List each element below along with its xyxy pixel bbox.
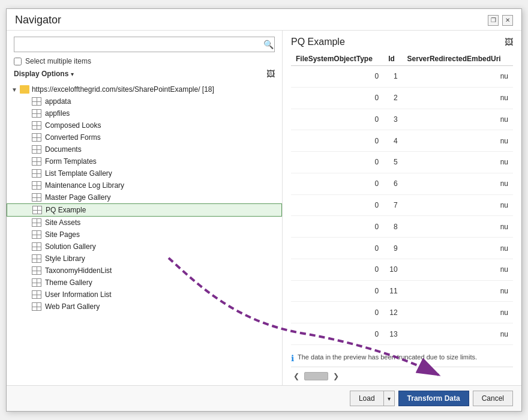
cell-3-1: 4 [383, 130, 402, 152]
cell-8-0: 0 [291, 238, 383, 259]
col-header-2: ServerRedirectedEmbedUri [403, 52, 513, 66]
transform-data-button[interactable]: Transform Data [398, 391, 469, 406]
cell-3-0: 0 [291, 130, 383, 152]
tree-item-form-templates[interactable]: Form Templates [7, 155, 282, 167]
truncate-text: The data in the preview has been truncat… [298, 353, 477, 361]
item-label: PQ Example [46, 206, 86, 214]
scroll-thumb[interactable] [304, 372, 328, 380]
load-button-wrap: Load ▾ [350, 391, 395, 406]
tree-item-solution-gallery[interactable]: Solution Gallery [7, 241, 282, 253]
tree-item-web-part-gallery[interactable]: Web Part Gallery [7, 301, 282, 313]
tree-item-master-page-gallery[interactable]: Master Page Gallery [7, 191, 282, 203]
tree-item-converted-forms[interactable]: Converted Forms [7, 131, 282, 143]
cell-4-1: 5 [383, 152, 402, 173]
tree-item-taxonomyhiddenlist[interactable]: TaxonomyHiddenList [7, 265, 282, 277]
load-dropdown-button[interactable]: ▾ [383, 391, 395, 406]
table-row: 013nu [291, 323, 513, 345]
scroll-right-arrow[interactable]: ❯ [331, 371, 341, 382]
tree-item-appdata[interactable]: appdata [7, 95, 282, 107]
tree-item-maintenance-log-library[interactable]: Maintenance Log Library [7, 179, 282, 191]
search-box-wrap: 🔍 [7, 37, 282, 57]
item-label: Documents [45, 145, 82, 154]
table-row: 010nu [291, 259, 513, 280]
item-label: Maintenance Log Library [45, 181, 124, 190]
tree-item-site-assets[interactable]: Site Assets [7, 217, 282, 229]
tree-item-theme-gallery[interactable]: Theme Gallery [7, 277, 282, 289]
close-button[interactable]: ✕ [502, 15, 513, 26]
table-row: 02nu [291, 87, 513, 109]
table-icon [32, 242, 41, 251]
cell-2-1: 3 [383, 109, 402, 130]
truncate-notice: ℹ The data in the preview has been trunc… [291, 350, 513, 367]
table-icon [32, 109, 41, 118]
load-button[interactable]: Load [350, 391, 383, 406]
preview-icon: 🖼 [505, 37, 513, 47]
cell-12-0: 0 [291, 323, 383, 345]
search-icon[interactable]: 🔍 [263, 40, 274, 49]
table-header-row: FileSystemObjectTypeIdServerRedirectedEm… [291, 52, 513, 66]
table-row: 04nu [291, 130, 513, 152]
cell-11-0: 0 [291, 302, 383, 323]
item-label: appfiles [45, 109, 70, 118]
table-icon [32, 254, 41, 263]
select-multiple-checkbox[interactable] [14, 58, 22, 65]
window-controls: ❐ ✕ [488, 15, 513, 26]
search-input[interactable] [14, 37, 275, 52]
cell-0-2: nu [403, 66, 513, 88]
table-row: 012nu [291, 302, 513, 323]
folder-icon [20, 85, 29, 94]
tree-item-site-pages[interactable]: Site Pages [7, 229, 282, 241]
cell-0-0: 0 [291, 66, 383, 88]
table-icon [32, 278, 41, 287]
root-label: https://exceloffthegrid.com/sites/ShareP… [32, 85, 214, 94]
tree-root-caret[interactable]: ▼ [11, 86, 17, 93]
search-box: 🔍 [14, 37, 275, 52]
item-label: Converted Forms [45, 133, 101, 142]
right-panel: PQ Example 🖼 FileSystemObjectTypeIdServe… [283, 31, 521, 385]
table-row: 07nu [291, 194, 513, 216]
cell-6-2: nu [403, 194, 513, 216]
tree-item-style-library[interactable]: Style Library [7, 253, 282, 265]
item-label: Composed Looks [45, 121, 101, 130]
display-options-link[interactable]: Display Options [14, 70, 68, 78]
cell-8-2: nu [403, 238, 513, 259]
tree-item-pq-example[interactable]: PQ Example [7, 203, 282, 217]
cell-5-1: 6 [383, 173, 402, 194]
dialog-title: Navigator [15, 14, 61, 26]
tree-item-list-template-gallery[interactable]: List Template Gallery [7, 167, 282, 179]
table-icon [32, 133, 41, 142]
item-label: Web Part Gallery [45, 302, 100, 311]
select-multiple-label[interactable]: Select multiple items [7, 57, 282, 69]
scroll-left-arrow[interactable]: ❮ [291, 371, 302, 382]
cell-6-1: 7 [383, 194, 402, 216]
item-label: Theme Gallery [45, 278, 92, 287]
cell-9-2: nu [403, 259, 513, 280]
data-table: FileSystemObjectTypeIdServerRedirectedEm… [291, 52, 513, 345]
cell-1-1: 2 [383, 87, 402, 109]
table-icon [32, 290, 41, 299]
table-icon [32, 230, 41, 239]
item-label: Solution Gallery [45, 242, 96, 251]
tree-item-user-information-list[interactable]: User Information List [7, 289, 282, 301]
tree-item-documents[interactable]: Documents [7, 143, 282, 155]
table-row: 03nu [291, 109, 513, 130]
cell-9-1: 10 [383, 259, 402, 280]
tree-item-appfiles[interactable]: appfiles [7, 107, 282, 119]
cell-5-0: 0 [291, 173, 383, 194]
title-bar: Navigator ❐ ✕ [7, 9, 521, 31]
item-label: User Information List [45, 290, 112, 299]
cancel-button[interactable]: Cancel [473, 391, 513, 406]
display-options-caret-icon[interactable]: ▾ [71, 71, 74, 77]
item-label: List Template Gallery [45, 169, 112, 178]
cell-11-1: 12 [383, 302, 402, 323]
table-icon [32, 181, 41, 190]
cell-6-0: 0 [291, 194, 383, 216]
cell-10-0: 0 [291, 280, 383, 302]
table-row: 09nu [291, 238, 513, 259]
cell-1-2: nu [403, 87, 513, 109]
restore-button[interactable]: ❐ [488, 15, 499, 26]
cell-12-2: nu [403, 323, 513, 345]
table-icon [32, 218, 41, 227]
item-label: appdata [45, 97, 71, 106]
tree-item-composed-looks[interactable]: Composed Looks [7, 119, 282, 131]
